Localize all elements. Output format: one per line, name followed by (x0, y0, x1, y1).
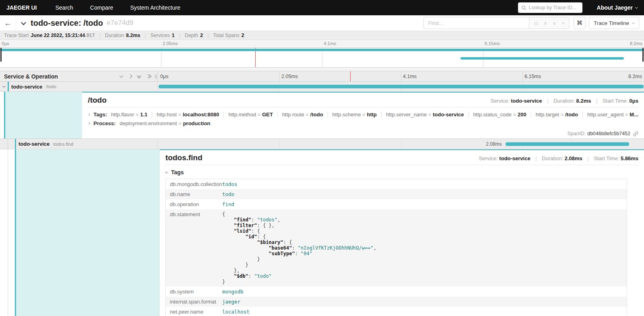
span-detail-title: /todo (88, 96, 106, 105)
jaeger-logo[interactable]: JAEGER UI (6, 4, 37, 11)
trace-collapse-toggle[interactable] (22, 21, 25, 25)
span-collapse-icon[interactable] (2, 85, 5, 87)
trace-view-label: Trace Timeline (594, 20, 629, 26)
tag-row: db.mongodb.collection todos (166, 179, 627, 189)
span-name-cell[interactable]: todo-service /todo (0, 82, 157, 91)
gridline (522, 71, 523, 81)
tick-label: 0μs (160, 71, 168, 82)
span-timeline-cell[interactable] (157, 82, 644, 91)
summary-label: Total Spans (213, 33, 239, 38)
tick-label: 6.15ms (524, 71, 541, 82)
link-icon[interactable] (633, 131, 638, 136)
back-arrow-icon: ← (4, 19, 12, 27)
detail-indent (0, 92, 4, 138)
tag-row: db.system mongodb (166, 287, 627, 297)
divider: | (144, 33, 146, 38)
meta-value: 8.2ms (576, 98, 591, 104)
tag-key: net.peer.name (166, 307, 219, 316)
find-clear-icon[interactable]: × (561, 21, 565, 26)
divider: | (99, 33, 101, 38)
tag-row: db.operation find (166, 199, 627, 209)
keyboard-shortcuts-button[interactable]: ⌘ (574, 17, 586, 29)
summary-label: Depth (185, 33, 198, 38)
summary-value: 2 (200, 33, 203, 38)
nav-item-compare[interactable]: Compare (90, 4, 114, 11)
tags-section-toggle[interactable]: Tags (165, 169, 638, 176)
chevron-down-icon (632, 21, 635, 24)
about-jaeger-menu[interactable]: About Jaeger (597, 4, 638, 11)
summary-value: 2 (242, 33, 244, 38)
nav-item-search[interactable]: Search (55, 4, 73, 11)
tick-label: 2.05ms (163, 41, 178, 46)
collapse-controls (120, 74, 151, 78)
find-next-icon[interactable]: ∨ (553, 21, 557, 26)
summary-value: June 22 2022, 15:21:44 (31, 33, 85, 38)
summary-label: Trace Start (4, 33, 29, 38)
viewport-left-handle[interactable] (0, 48, 2, 62)
service-operation-column-header: Service & Operation (0, 71, 157, 81)
tick-label: 0μs (2, 41, 9, 46)
span-detail-meta: Service: todo-service | Duration: 2.08ms… (479, 155, 638, 161)
span-row-todo[interactable]: todo-service /todo (0, 82, 644, 92)
find-input[interactable] (423, 17, 529, 29)
collapse-all-icon[interactable] (138, 74, 140, 78)
minimap-span-bar-root (0, 49, 644, 51)
find-prev-icon[interactable]: ∧ (543, 21, 547, 26)
viewport-right-handle[interactable] (642, 48, 644, 62)
trace-view-selector[interactable]: Trace Timeline (589, 17, 639, 29)
tag-value-json: { "find": "todos", "filter": { }, "lsid"… (219, 209, 627, 287)
span-color-bar (15, 139, 16, 149)
collapse-one-icon[interactable] (120, 74, 124, 78)
divider: | (547, 98, 548, 104)
tags-summary-row[interactable]: Tags: http.flavor=1.1 http.host=localhos… (88, 112, 638, 118)
meta-value: todo-service (511, 98, 542, 104)
expand-one-icon[interactable] (128, 74, 132, 78)
find-group: ⊙ ∧ ∨ × (423, 17, 570, 29)
minimap-canvas[interactable] (0, 48, 644, 68)
trace-lookup-input[interactable] (529, 5, 577, 10)
span-row-todos-find[interactable]: todo-service todos.find 2.08ms (0, 139, 644, 149)
chevron-down-icon (165, 170, 168, 173)
span-service-name: todo-service (19, 141, 50, 147)
process-summary-row[interactable]: Process: deployment.environment=producti… (88, 120, 638, 126)
span-table-header: Service & Operation 0μs 2.05ms 4.1ms 6.1… (0, 71, 644, 82)
span-duration-bar[interactable] (506, 142, 629, 146)
tag-value: mongodb (219, 287, 627, 297)
span-detail-todos-find: todos.find Service: todo-service | Durat… (0, 149, 644, 316)
tag-row: db.name todo (166, 189, 627, 199)
span-duration-bar[interactable] (159, 85, 643, 89)
expand-all-icon[interactable] (147, 75, 151, 78)
summary-label: Services (151, 33, 170, 38)
back-button[interactable]: ← (0, 15, 16, 31)
meta-value: 0μs (630, 98, 638, 104)
search-icon (521, 5, 526, 10)
tags-section-label: Tags (171, 169, 184, 176)
top-nav: JAEGER UI Search Compare System Architec… (0, 0, 644, 15)
tag-key: internal.span.format (166, 297, 219, 307)
span-operation-name: /todo (46, 84, 56, 89)
detail-highlight-column (15, 149, 160, 316)
meta-label: Start Time: (594, 155, 619, 161)
span-timeline-cell[interactable]: 2.08ms (157, 139, 644, 149)
span-name-cell[interactable]: todo-service todos.find (0, 139, 157, 149)
divider: | (179, 33, 180, 38)
meta-label: Service: (491, 98, 510, 104)
meta-value: 2.08ms (565, 155, 582, 161)
tag-value: jaeger (219, 297, 627, 307)
tags-key-value-table: db.mongodb.collection todos db.name todo… (165, 179, 627, 316)
tag-key: db.statement (166, 209, 219, 287)
span-operation-name: todos.find (53, 142, 73, 147)
column-resizer-handle[interactable] (155, 74, 157, 78)
span-detail-todo: /todo Service: todo-service | Duration: … (0, 92, 644, 139)
detail-header: todos.find Service: todo-service | Durat… (165, 153, 638, 165)
trace-lookup-box[interactable] (518, 2, 582, 13)
tags-label: Tags: (93, 112, 107, 118)
tick-label: 4.1ms (403, 71, 417, 82)
tag-value: find (219, 199, 627, 209)
span-service-name: todo-service (11, 84, 42, 90)
span-detail-meta: Service: todo-service | Duration: 8.2ms … (491, 98, 638, 104)
tag-key: db.system (166, 287, 219, 297)
nav-item-system-architecture[interactable]: System Architecture (130, 4, 180, 11)
find-scroll-to-match-icon[interactable]: ⊙ (534, 21, 538, 26)
gridline (279, 71, 280, 81)
